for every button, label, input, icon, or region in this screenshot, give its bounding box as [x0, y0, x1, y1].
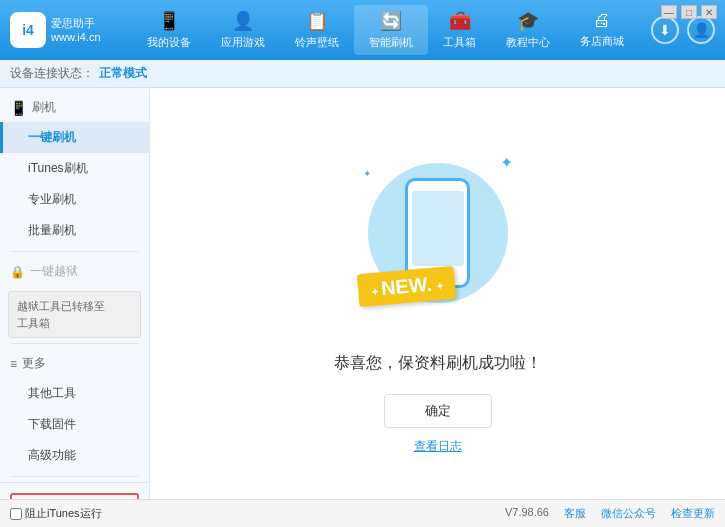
bottom-right: V7.98.66 客服 微信公众号 检查更新 [505, 506, 715, 521]
status-bar: 设备连接状态： 正常模式 [0, 60, 725, 88]
sidebar: 📱 刷机 一键刷机 iTunes刷机 专业刷机 批量刷机 🔒 一键越狱 越狱工具… [0, 88, 150, 499]
version-label: V7.98.66 [505, 506, 549, 521]
success-message: 恭喜您，保资料刷机成功啦！ [334, 353, 542, 374]
phone-screen [412, 191, 464, 266]
block-itunes-checkbox[interactable]: 阻止iTunes运行 [10, 506, 102, 521]
flash-section-icon: 📱 [10, 100, 27, 116]
logo-icon: i4 [10, 12, 46, 48]
sidebar-divider-1 [10, 251, 139, 252]
check-update-link[interactable]: 检查更新 [671, 506, 715, 521]
sidebar-item-pro-flash[interactable]: 专业刷机 [0, 184, 149, 215]
nav-item-toolbox[interactable]: 🧰 工具箱 [428, 5, 491, 55]
phone-icon: 📱 [158, 10, 180, 32]
sidebar-item-other-tools[interactable]: 其他工具 [0, 378, 149, 409]
success-illustration: NEW. ✦ ✦ [338, 133, 538, 333]
more-section: ≡ 更多 其他工具 下载固件 高级功能 [0, 349, 149, 471]
status-label: 设备连接状态： [10, 65, 94, 82]
sidebar-item-itunes-flash[interactable]: iTunes刷机 [0, 153, 149, 184]
more-section-header: ≡ 更多 [0, 349, 149, 378]
sidebar-item-one-click-flash[interactable]: 一键刷机 [0, 122, 149, 153]
nav-item-service[interactable]: 🖨 务店商城 [565, 5, 639, 55]
sidebar-item-batch-flash[interactable]: 批量刷机 [0, 215, 149, 246]
sparkle-icon-1: ✦ [500, 153, 513, 172]
flash-icon: 🔄 [380, 10, 402, 32]
nav-item-smart-flash[interactable]: 🔄 智能刷机 [354, 5, 428, 55]
tutorial-icon: 🎓 [517, 10, 539, 32]
sidebar-item-download-firmware[interactable]: 下载固件 [0, 409, 149, 440]
logo-text: 爱思助手 www.i4.cn [51, 16, 101, 45]
main-content: NEW. ✦ ✦ 恭喜您，保资料刷机成功啦！ 确定 查看日志 [150, 88, 725, 499]
device-section: 自动激活 拒时向导 📱 iPhone 15 Pro Max 512GB iPho… [0, 482, 149, 499]
nav-item-tutorials[interactable]: 🎓 教程中心 [491, 5, 565, 55]
status-value: 正常模式 [99, 65, 147, 82]
user-button[interactable]: 👤 [687, 16, 715, 44]
flash-section: 📱 刷机 一键刷机 iTunes刷机 专业刷机 批量刷机 [0, 93, 149, 246]
header: i4 爱思助手 www.i4.cn 📱 我的设备 👤 应用游戏 📋 铃声壁纸 🔄… [0, 0, 725, 60]
sidebar-disabled-jailbreak: 🔒 一键越狱 [0, 257, 149, 286]
block-itunes-input[interactable] [10, 508, 22, 520]
bottom-left: 阻止iTunes运行 [10, 506, 102, 521]
auto-options-group: 自动激活 拒时向导 [10, 493, 139, 499]
more-icon: ≡ [10, 357, 17, 371]
sidebar-item-advanced[interactable]: 高级功能 [0, 440, 149, 471]
wechat-link[interactable]: 微信公众号 [601, 506, 656, 521]
ringtone-icon: 📋 [306, 10, 328, 32]
toolbox-icon: 🧰 [449, 10, 471, 32]
main-layout: 📱 刷机 一键刷机 iTunes刷机 专业刷机 批量刷机 🔒 一键越狱 越狱工具… [0, 88, 725, 499]
nav-item-ringtones[interactable]: 📋 铃声壁纸 [280, 5, 354, 55]
confirm-button[interactable]: 确定 [384, 394, 492, 428]
logo: i4 爱思助手 www.i4.cn [10, 12, 120, 48]
view-log-link[interactable]: 查看日志 [414, 438, 462, 455]
minimize-button[interactable]: — [661, 5, 677, 19]
flash-section-header: 📱 刷机 [0, 93, 149, 122]
header-actions: ⬇ 👤 [651, 16, 715, 44]
window-controls: — □ ✕ [661, 5, 717, 19]
sidebar-divider-2 [10, 343, 139, 344]
bottom-bar: 阻止iTunes运行 V7.98.66 客服 微信公众号 检查更新 [0, 499, 725, 527]
sparkle-icon-2: ✦ [363, 168, 371, 179]
sidebar-divider-3 [10, 476, 139, 477]
nav-item-apps-games[interactable]: 👤 应用游戏 [206, 5, 280, 55]
service-icon: 🖨 [593, 10, 611, 31]
maximize-button[interactable]: □ [681, 5, 697, 19]
lock-icon: 🔒 [10, 265, 25, 279]
sidebar-notice: 越狱工具已转移至工具箱 [8, 291, 141, 338]
customer-service-link[interactable]: 客服 [564, 506, 586, 521]
download-button[interactable]: ⬇ [651, 16, 679, 44]
nav-item-my-device[interactable]: 📱 我的设备 [132, 5, 206, 55]
close-button[interactable]: ✕ [701, 5, 717, 19]
nav-bar: 📱 我的设备 👤 应用游戏 📋 铃声壁纸 🔄 智能刷机 🧰 工具箱 🎓 教程中心… [120, 5, 651, 55]
apps-icon: 👤 [232, 10, 254, 32]
